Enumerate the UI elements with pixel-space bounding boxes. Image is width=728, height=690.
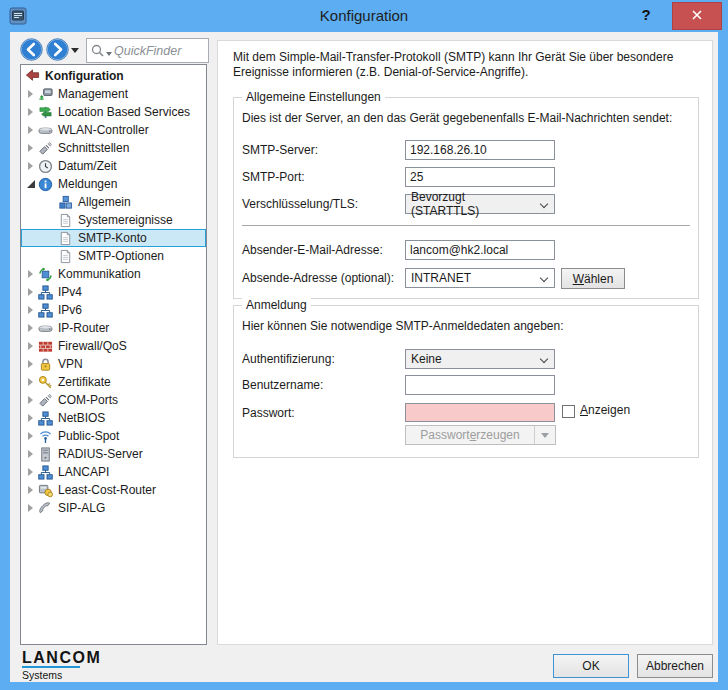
sender-address-combobox[interactable]: INTRANET <box>405 268 555 288</box>
logo-subtext: Systems <box>22 669 101 681</box>
connector-icon <box>38 392 55 408</box>
generate-password-button[interactable]: Passwort erzeugen <box>405 425 556 445</box>
tree-item-location-based-services[interactable]: Location Based Services <box>21 103 206 121</box>
close-button[interactable] <box>672 2 722 30</box>
tree-item-smtp-optionen[interactable]: SMTP-Optionen <box>21 247 206 265</box>
info-icon <box>38 176 55 192</box>
expander-icon[interactable] <box>25 463 38 481</box>
expander-icon[interactable] <box>25 121 38 139</box>
expander-icon[interactable] <box>25 319 38 337</box>
tree-item-label: Least-Cost-Router <box>55 483 156 497</box>
expander-icon[interactable] <box>25 265 38 283</box>
choose-button[interactable]: Wählen <box>561 268 625 289</box>
server-icon <box>38 446 55 462</box>
sender-email-input[interactable] <box>405 240 555 260</box>
expander-icon[interactable] <box>25 445 38 463</box>
search-options-caret-icon[interactable] <box>106 52 112 56</box>
firewall-icon <box>38 338 55 354</box>
tree-item-label: SMTP-Konto <box>75 231 147 245</box>
device-icon <box>38 122 55 138</box>
config-tree: KonfigurationManagementLocation Based Se… <box>20 64 207 645</box>
tree-item-wlan-controller[interactable]: WLAN-Controller <box>21 121 206 139</box>
expander-icon[interactable] <box>25 427 38 445</box>
expander-icon[interactable] <box>25 337 38 355</box>
tls-combobox[interactable]: Bevorzugt (STARTTLS) <box>405 194 555 214</box>
wifi-icon <box>38 428 55 444</box>
expander-icon[interactable] <box>25 157 38 175</box>
tree-item-management[interactable]: Management <box>21 85 206 103</box>
document-icon <box>58 212 75 228</box>
tree-item-kommunikation[interactable]: Kommunikation <box>21 265 206 283</box>
expander-icon[interactable] <box>25 139 38 157</box>
tree-item-ip-router[interactable]: IP-Router <box>21 319 206 337</box>
username-label: Benutzername: <box>242 378 323 392</box>
network-icon <box>38 410 55 426</box>
expander-icon[interactable] <box>25 409 38 427</box>
tree-item-label: Schnittstellen <box>55 141 129 155</box>
expander-icon[interactable] <box>25 85 38 103</box>
titlebar: Konfiguration ? <box>0 0 728 32</box>
sender-address-label: Absende-Adresse (optional): <box>242 271 394 285</box>
tree-item-label: LANCAPI <box>55 465 109 479</box>
nav-dropdown-icon[interactable] <box>71 48 79 53</box>
username-input[interactable] <box>405 375 555 395</box>
back-button[interactable] <box>20 38 43 61</box>
expander-icon[interactable] <box>25 175 38 193</box>
expander-icon[interactable] <box>25 283 38 301</box>
tree-item-firewall-qos[interactable]: Firewall/QoS <box>21 337 206 355</box>
expander-spacer <box>45 211 58 229</box>
tree-item-ipv6[interactable]: IPv6 <box>21 301 206 319</box>
show-password-checkbox[interactable] <box>562 405 575 418</box>
tls-combobox-value: Bevorzugt (STARTTLS) <box>411 190 534 218</box>
password-input[interactable] <box>405 403 555 422</box>
tree-item-label: Meldungen <box>55 177 117 191</box>
expander-icon[interactable] <box>25 103 38 121</box>
tree-item-netbios[interactable]: NetBIOS <box>21 409 206 427</box>
cancel-button[interactable]: Abbrechen <box>637 654 713 678</box>
forward-button[interactable] <box>46 38 69 61</box>
smtp-port-input[interactable] <box>405 167 555 187</box>
tree-item-label: IPv4 <box>55 285 82 299</box>
smtp-konto-page: Mit dem Simple-Mail-Transfer-Protokoll (… <box>217 40 713 645</box>
quickfinder-input[interactable] <box>114 44 205 58</box>
signpost-icon <box>38 104 55 120</box>
tree-item-sip-alg[interactable]: SIP-ALG <box>21 499 206 517</box>
tree-item-radius-server[interactable]: RADIUS-Server <box>21 445 206 463</box>
generate-password-dropdown-icon[interactable] <box>534 426 555 444</box>
auth-combobox[interactable]: Keine <box>405 349 555 369</box>
chevron-down-icon <box>540 274 548 282</box>
chevron-down-icon <box>540 200 548 208</box>
tree-item-vpn[interactable]: VPN <box>21 355 206 373</box>
window-title: Konfiguration <box>0 0 728 32</box>
expander-icon[interactable] <box>25 499 38 517</box>
help-button[interactable]: ? <box>632 1 660 29</box>
tree-item-label: SIP-ALG <box>55 501 105 515</box>
tree-item-least-cost-router[interactable]: Least-Cost-Router <box>21 481 206 499</box>
tree-item-public-spot[interactable]: Public-Spot <box>21 427 206 445</box>
tree-item-meldungen[interactable]: Meldungen <box>21 175 206 193</box>
config-arrow-icon <box>25 68 42 84</box>
expander-icon[interactable] <box>25 481 38 499</box>
tree-item-label: Management <box>55 87 128 101</box>
ok-button[interactable]: OK <box>553 654 629 678</box>
tree-item-smtp-konto[interactable]: SMTP-Konto <box>21 229 206 247</box>
tree-item-ipv4[interactable]: IPv4 <box>21 283 206 301</box>
expander-icon[interactable] <box>25 373 38 391</box>
tree-item-allgemein[interactable]: Allgemein <box>21 193 206 211</box>
expander-icon[interactable] <box>25 391 38 409</box>
close-icon <box>691 9 703 24</box>
tree-item-schnittstellen[interactable]: Schnittstellen <box>21 139 206 157</box>
network-icon <box>38 284 55 300</box>
expander-icon[interactable] <box>25 301 38 319</box>
tree-item-konfiguration[interactable]: Konfiguration <box>21 67 206 85</box>
expander-icon[interactable] <box>25 355 38 373</box>
tree-item-com-ports[interactable]: COM-Ports <box>21 391 206 409</box>
tree-item-label: VPN <box>55 357 83 371</box>
smtp-server-input[interactable] <box>405 140 555 160</box>
tree-item-lancapi[interactable]: LANCAPI <box>21 463 206 481</box>
tree-item-zertifikate[interactable]: Zertifikate <box>21 373 206 391</box>
tree-item-datum-zeit[interactable]: Datum/Zeit <box>21 157 206 175</box>
show-password-label: Anzeigen <box>580 403 630 417</box>
logo-text: LANCOM <box>22 650 101 665</box>
tree-item-systemereignisse[interactable]: Systemereignisse <box>21 211 206 229</box>
